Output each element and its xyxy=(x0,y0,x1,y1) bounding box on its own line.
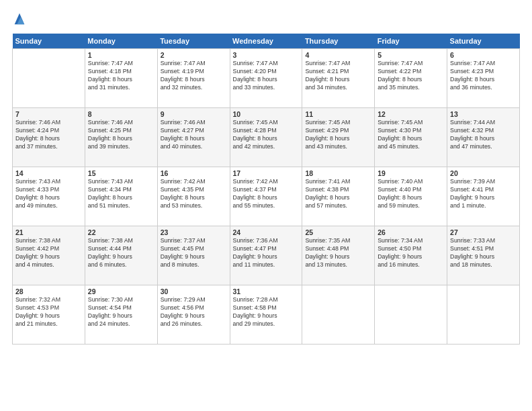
page-header xyxy=(12,12,520,27)
day-info: Sunrise: 7:45 AM Sunset: 4:29 PM Dayligh… xyxy=(305,119,371,151)
day-number: 3 xyxy=(233,51,300,59)
calendar-week-4: 21Sunrise: 7:38 AM Sunset: 4:42 PM Dayli… xyxy=(13,226,520,285)
day-number: 19 xyxy=(378,169,444,177)
calendar-cell: 14Sunrise: 7:43 AM Sunset: 4:33 PM Dayli… xyxy=(13,167,85,226)
calendar-cell: 24Sunrise: 7:36 AM Sunset: 4:47 PM Dayli… xyxy=(230,226,302,285)
day-info: Sunrise: 7:32 AM Sunset: 4:53 PM Dayligh… xyxy=(15,296,82,328)
day-info: Sunrise: 7:39 AM Sunset: 4:41 PM Dayligh… xyxy=(450,178,517,210)
calendar-cell: 7Sunrise: 7:46 AM Sunset: 4:24 PM Daylig… xyxy=(13,108,85,167)
calendar-cell: 26Sunrise: 7:34 AM Sunset: 4:50 PM Dayli… xyxy=(375,226,447,285)
day-info: Sunrise: 7:45 AM Sunset: 4:30 PM Dayligh… xyxy=(378,119,444,151)
day-info: Sunrise: 7:47 AM Sunset: 4:23 PM Dayligh… xyxy=(450,60,517,92)
column-header-thursday: Thursday xyxy=(302,34,375,49)
day-number: 29 xyxy=(88,287,154,295)
day-info: Sunrise: 7:29 AM Sunset: 4:56 PM Dayligh… xyxy=(161,296,227,328)
day-info: Sunrise: 7:46 AM Sunset: 4:24 PM Dayligh… xyxy=(15,119,82,151)
calendar-cell: 17Sunrise: 7:42 AM Sunset: 4:37 PM Dayli… xyxy=(230,167,302,226)
day-number: 24 xyxy=(233,228,300,236)
calendar-cell: 27Sunrise: 7:33 AM Sunset: 4:51 PM Dayli… xyxy=(447,226,520,285)
calendar-cell: 21Sunrise: 7:38 AM Sunset: 4:42 PM Dayli… xyxy=(13,226,85,285)
day-info: Sunrise: 7:37 AM Sunset: 4:45 PM Dayligh… xyxy=(161,237,227,269)
day-info: Sunrise: 7:46 AM Sunset: 4:25 PM Dayligh… xyxy=(88,119,154,151)
column-header-tuesday: Tuesday xyxy=(157,34,230,49)
calendar-cell: 5Sunrise: 7:47 AM Sunset: 4:22 PM Daylig… xyxy=(375,49,447,108)
calendar-cell: 18Sunrise: 7:41 AM Sunset: 4:38 PM Dayli… xyxy=(302,167,375,226)
day-info: Sunrise: 7:45 AM Sunset: 4:28 PM Dayligh… xyxy=(233,119,300,151)
day-number: 30 xyxy=(161,287,227,295)
column-header-saturday: Saturday xyxy=(447,34,520,49)
day-number: 6 xyxy=(450,51,517,59)
logo-icon xyxy=(12,12,27,27)
calendar-week-5: 28Sunrise: 7:32 AM Sunset: 4:53 PM Dayli… xyxy=(13,285,520,345)
header-row: SundayMondayTuesdayWednesdayThursdayFrid… xyxy=(13,34,520,49)
day-info: Sunrise: 7:46 AM Sunset: 4:27 PM Dayligh… xyxy=(161,119,227,151)
calendar-cell: 12Sunrise: 7:45 AM Sunset: 4:30 PM Dayli… xyxy=(375,108,447,167)
calendar-cell: 8Sunrise: 7:46 AM Sunset: 4:25 PM Daylig… xyxy=(85,108,157,167)
calendar-cell: 25Sunrise: 7:35 AM Sunset: 4:48 PM Dayli… xyxy=(302,226,375,285)
day-info: Sunrise: 7:34 AM Sunset: 4:50 PM Dayligh… xyxy=(378,237,444,269)
column-header-monday: Monday xyxy=(85,34,157,49)
calendar-cell xyxy=(302,285,375,345)
day-number: 25 xyxy=(305,228,371,236)
calendar-cell: 28Sunrise: 7:32 AM Sunset: 4:53 PM Dayli… xyxy=(13,285,85,345)
day-number: 1 xyxy=(88,51,154,59)
day-number: 23 xyxy=(161,228,227,236)
calendar-cell xyxy=(375,285,447,345)
calendar-cell: 10Sunrise: 7:45 AM Sunset: 4:28 PM Dayli… xyxy=(230,108,302,167)
logo xyxy=(12,12,30,27)
day-number: 8 xyxy=(88,110,154,118)
calendar-table: SundayMondayTuesdayWednesdayThursdayFrid… xyxy=(12,34,520,345)
day-info: Sunrise: 7:47 AM Sunset: 4:22 PM Dayligh… xyxy=(378,60,444,92)
calendar-cell: 15Sunrise: 7:43 AM Sunset: 4:34 PM Dayli… xyxy=(85,167,157,226)
day-info: Sunrise: 7:41 AM Sunset: 4:38 PM Dayligh… xyxy=(305,178,371,210)
day-number: 20 xyxy=(450,169,517,177)
calendar-cell: 16Sunrise: 7:42 AM Sunset: 4:35 PM Dayli… xyxy=(157,167,230,226)
column-header-sunday: Sunday xyxy=(13,34,85,49)
day-number: 18 xyxy=(305,169,371,177)
calendar-header: SundayMondayTuesdayWednesdayThursdayFrid… xyxy=(13,34,520,49)
day-info: Sunrise: 7:47 AM Sunset: 4:18 PM Dayligh… xyxy=(88,60,154,92)
day-number: 12 xyxy=(378,110,444,118)
calendar-week-2: 7Sunrise: 7:46 AM Sunset: 4:24 PM Daylig… xyxy=(13,108,520,167)
day-number: 26 xyxy=(378,228,444,236)
calendar-cell: 29Sunrise: 7:30 AM Sunset: 4:54 PM Dayli… xyxy=(85,285,157,345)
day-number: 9 xyxy=(161,110,227,118)
calendar-cell: 22Sunrise: 7:38 AM Sunset: 4:44 PM Dayli… xyxy=(85,226,157,285)
day-info: Sunrise: 7:47 AM Sunset: 4:21 PM Dayligh… xyxy=(305,60,371,92)
day-info: Sunrise: 7:42 AM Sunset: 4:35 PM Dayligh… xyxy=(161,178,227,210)
day-info: Sunrise: 7:47 AM Sunset: 4:20 PM Dayligh… xyxy=(233,60,300,92)
calendar-cell: 2Sunrise: 7:47 AM Sunset: 4:19 PM Daylig… xyxy=(157,49,230,108)
calendar-cell: 1Sunrise: 7:47 AM Sunset: 4:18 PM Daylig… xyxy=(85,49,157,108)
calendar-cell: 20Sunrise: 7:39 AM Sunset: 4:41 PM Dayli… xyxy=(447,167,520,226)
day-number: 22 xyxy=(88,228,154,236)
calendar-page: SundayMondayTuesdayWednesdayThursdayFrid… xyxy=(0,0,532,411)
day-number: 17 xyxy=(233,169,300,177)
column-header-wednesday: Wednesday xyxy=(230,34,302,49)
day-number: 5 xyxy=(378,51,444,59)
day-number: 2 xyxy=(161,51,227,59)
calendar-cell: 3Sunrise: 7:47 AM Sunset: 4:20 PM Daylig… xyxy=(230,49,302,108)
day-number: 28 xyxy=(15,287,82,295)
calendar-cell: 13Sunrise: 7:44 AM Sunset: 4:32 PM Dayli… xyxy=(447,108,520,167)
calendar-cell: 31Sunrise: 7:28 AM Sunset: 4:58 PM Dayli… xyxy=(230,285,302,345)
day-number: 27 xyxy=(450,228,517,236)
day-info: Sunrise: 7:38 AM Sunset: 4:42 PM Dayligh… xyxy=(15,237,82,269)
calendar-cell: 30Sunrise: 7:29 AM Sunset: 4:56 PM Dayli… xyxy=(157,285,230,345)
day-info: Sunrise: 7:42 AM Sunset: 4:37 PM Dayligh… xyxy=(233,178,300,210)
day-info: Sunrise: 7:28 AM Sunset: 4:58 PM Dayligh… xyxy=(233,296,300,328)
day-number: 13 xyxy=(450,110,517,118)
calendar-cell: 19Sunrise: 7:40 AM Sunset: 4:40 PM Dayli… xyxy=(375,167,447,226)
day-number: 14 xyxy=(15,169,82,177)
calendar-cell: 6Sunrise: 7:47 AM Sunset: 4:23 PM Daylig… xyxy=(447,49,520,108)
day-number: 31 xyxy=(233,287,300,295)
day-number: 11 xyxy=(305,110,371,118)
day-info: Sunrise: 7:36 AM Sunset: 4:47 PM Dayligh… xyxy=(233,237,300,269)
day-number: 10 xyxy=(233,110,300,118)
day-info: Sunrise: 7:38 AM Sunset: 4:44 PM Dayligh… xyxy=(88,237,154,269)
calendar-week-1: 1Sunrise: 7:47 AM Sunset: 4:18 PM Daylig… xyxy=(13,49,520,108)
calendar-week-3: 14Sunrise: 7:43 AM Sunset: 4:33 PM Dayli… xyxy=(13,167,520,226)
day-info: Sunrise: 7:47 AM Sunset: 4:19 PM Dayligh… xyxy=(161,60,227,92)
calendar-body: 1Sunrise: 7:47 AM Sunset: 4:18 PM Daylig… xyxy=(13,49,520,345)
column-header-friday: Friday xyxy=(375,34,447,49)
day-info: Sunrise: 7:30 AM Sunset: 4:54 PM Dayligh… xyxy=(88,296,154,328)
